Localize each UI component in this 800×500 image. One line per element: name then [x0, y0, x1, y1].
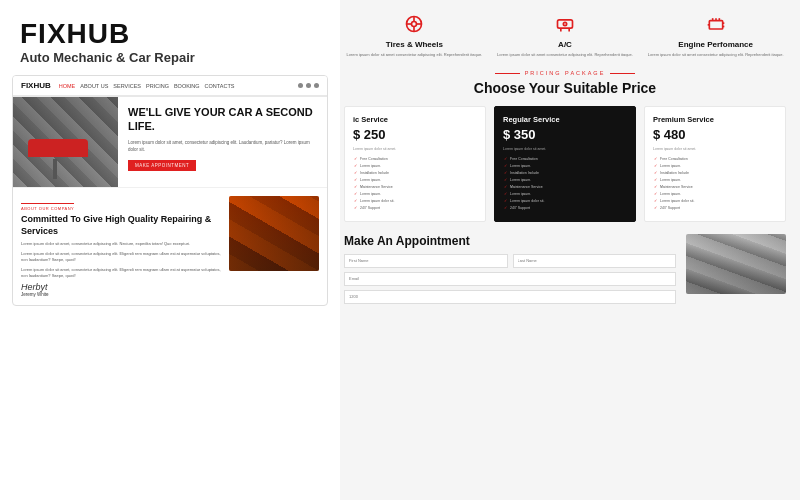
price-feature: ✓Lorem ipsum. — [653, 164, 777, 169]
about-section: ABOUT OUR COMPANY Committed To Give High… — [13, 187, 327, 305]
check-icon: ✓ — [353, 199, 358, 204]
check-icon: ✓ — [503, 178, 508, 183]
price-card-regular: Regular Service $ 350 Lorem ipsum dolor … — [494, 106, 636, 222]
service-engine: Engine Perfomance Lorem ipsum dolor sit … — [645, 12, 786, 58]
check-icon: ✓ — [653, 178, 658, 183]
mini-nav: FIXHUB HOME ABOUT US SERVICES PRICING BO… — [13, 76, 327, 97]
tire-icon — [402, 12, 426, 36]
price-feature: ✓Lorem ipsum. — [353, 178, 477, 183]
nav-services[interactable]: SERVICES — [113, 83, 141, 89]
ac-icon — [553, 12, 577, 36]
price-feature: ✓Installation Include — [653, 171, 777, 176]
check-icon: ✓ — [503, 185, 508, 190]
about-image — [229, 196, 319, 271]
service-ac: A/C Lorem ipsum dolor sit amet consectet… — [495, 12, 636, 58]
price-feature: ✓Free Consultation — [653, 157, 777, 162]
about-author: Jeremy White — [21, 292, 221, 297]
time-input[interactable] — [344, 290, 676, 304]
check-icon: ✓ — [653, 206, 658, 211]
check-icon: ✓ — [503, 157, 508, 162]
service-ac-title: A/C — [495, 40, 636, 49]
price-feature: ✓24/7 Support — [653, 206, 777, 211]
appt-row-3 — [344, 290, 676, 304]
appointment-title-text: Make An A — [344, 234, 404, 248]
nav-about[interactable]: ABOUT US — [80, 83, 108, 89]
price-feature: ✓Lorem ipsum. — [503, 178, 627, 183]
service-ac-desc: Lorem ipsum dolor sit amet consectetur a… — [495, 52, 636, 58]
price-card-basic: ic Service $ 250 Lorem ipsum dolor sit a… — [344, 106, 486, 222]
about-para-1: Lorem ipsum dolor sit amet, consectetur … — [21, 241, 221, 247]
price-feature: ✓24/7 Support — [503, 206, 627, 211]
price-regular-desc: Lorem ipsum dolor sit amet. — [503, 147, 627, 153]
price-feature: ✓Lorem ipsum. — [353, 192, 477, 197]
check-icon: ✓ — [503, 164, 508, 169]
check-icon: ✓ — [653, 164, 658, 169]
check-icon: ✓ — [503, 171, 508, 176]
about-para-2: Lorem ipsum dolor sit amet, consectetur … — [21, 251, 221, 264]
appt-row-1 — [344, 254, 676, 268]
mini-browser: FIXHUB HOME ABOUT US SERVICES PRICING BO… — [12, 75, 328, 306]
price-feature: ✓Maintenance Service — [503, 185, 627, 190]
appointment-section: Make An Appointment — [344, 234, 786, 308]
brand-name: FIXHUB — [20, 18, 320, 50]
check-icon: ✓ — [503, 199, 508, 204]
appointment-image-inner — [686, 234, 786, 294]
right-panel: Tires & Wheels Lorem ipsum dolor sit ame… — [330, 0, 800, 500]
hero-cta-button[interactable]: MAKE APPOINTMENT — [128, 160, 196, 171]
appt-row-2 — [344, 272, 676, 286]
check-icon: ✓ — [503, 192, 508, 197]
car-graphic — [28, 139, 88, 157]
check-icon: ✓ — [653, 199, 658, 204]
check-icon: ✓ — [653, 185, 658, 190]
check-icon: ✓ — [353, 185, 358, 190]
price-basic-desc: Lorem ipsum dolor sit amet. — [353, 147, 477, 153]
appointment-form: Make An Appointment — [344, 234, 676, 308]
check-icon: ✓ — [653, 171, 658, 176]
about-para-3: Lorem ipsum dolor sit amet, consectetur … — [21, 267, 221, 280]
check-icon: ✓ — [653, 192, 658, 197]
price-basic-amount: $ 250 — [353, 127, 477, 142]
instagram-icon — [314, 83, 319, 88]
car-lift-graphic — [23, 139, 93, 179]
about-image-inner — [229, 196, 319, 271]
left-panel: FIXHUB Auto Mechanic & Car Repair FIXHUB… — [0, 0, 340, 500]
service-tires: Tires & Wheels Lorem ipsum dolor sit ame… — [344, 12, 485, 58]
check-icon: ✓ — [503, 206, 508, 211]
price-feature: ✓Lorem ipsum dolor sit. — [503, 199, 627, 204]
price-feature: ✓Lorem ipsum. — [503, 164, 627, 169]
hero-image — [13, 97, 118, 187]
about-heading: Committed To Give High Quality Repairing… — [21, 214, 221, 237]
service-engine-title: Engine Perfomance — [645, 40, 786, 49]
check-icon: ✓ — [353, 206, 358, 211]
service-tires-title: Tires & Wheels — [344, 40, 485, 49]
first-name-input[interactable] — [344, 254, 508, 268]
check-icon: ✓ — [653, 157, 658, 162]
price-feature: ✓Lorem ipsum. — [653, 178, 777, 183]
last-name-input[interactable] — [513, 254, 677, 268]
nav-home[interactable]: HOME — [59, 83, 76, 89]
hero-text: WE'LL GIVE YOUR CAR A SECOND LIFE. Lorem… — [118, 97, 327, 187]
service-engine-desc: Lorem ipsum dolor sit amet consectetur a… — [645, 52, 786, 58]
appointment-title: Make An Appointment — [344, 234, 676, 248]
email-input[interactable] — [344, 272, 676, 286]
pricing-label: PRICING PACKAGE — [344, 70, 786, 76]
price-feature: ✓Free Consultation — [503, 157, 627, 162]
price-regular-amount: $ 350 — [503, 127, 627, 142]
pricing-title: Choose Your Suitable Price — [344, 80, 786, 96]
nav-booking[interactable]: BOOKING — [174, 83, 200, 89]
pricing-cards: ic Service $ 250 Lorem ipsum dolor sit a… — [344, 106, 786, 222]
nav-pricing[interactable]: PRICING — [146, 83, 169, 89]
price-feature: ✓Installation Include — [503, 171, 627, 176]
price-feature: ✓Lorem ipsum. — [503, 192, 627, 197]
price-feature: ✓Lorem ipsum. — [353, 164, 477, 169]
price-feature: ✓Installation Include — [353, 171, 477, 176]
nav-contacts[interactable]: CONTACTS — [205, 83, 235, 89]
appointment-image — [686, 234, 786, 294]
check-icon: ✓ — [353, 157, 358, 162]
svg-rect-6 — [558, 20, 573, 28]
lift-arm — [53, 159, 57, 179]
price-premium-name: Premium Service — [653, 115, 777, 124]
twitter-icon — [306, 83, 311, 88]
price-feature: ✓Lorem ipsum dolor sit. — [653, 199, 777, 204]
price-card-premium: Premium Service $ 480 Lorem ipsum dolor … — [644, 106, 786, 222]
